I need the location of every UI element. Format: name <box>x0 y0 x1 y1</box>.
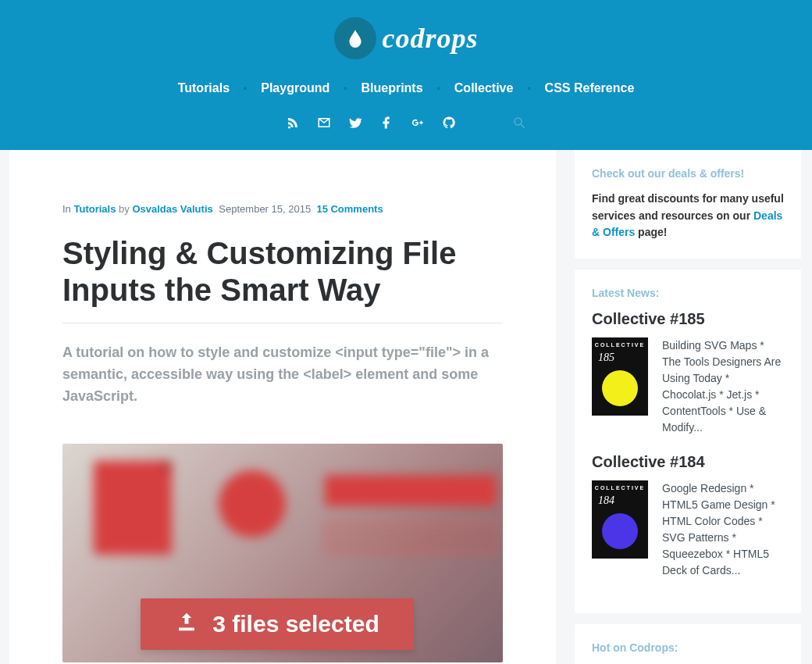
nav-link-playground[interactable]: Playground <box>258 81 333 95</box>
logo[interactable]: codrops <box>334 17 479 59</box>
article-date: September 15, 2015 <box>219 203 311 215</box>
hero-choose-btn-solid <box>325 475 497 506</box>
news-heading: Latest News: <box>592 287 784 299</box>
thumb-shape-icon <box>602 370 638 406</box>
twitter-icon[interactable] <box>348 116 362 130</box>
article-meta: In Tutorials by Osvaldas Valutis Septemb… <box>62 203 503 215</box>
hot-heading: Hot on Codrops: <box>592 641 784 654</box>
thumb-number: 184 <box>598 494 614 507</box>
news-item-title[interactable]: Collective #185 <box>592 310 784 328</box>
main-nav: Tutorials• Playground• Blueprints• Colle… <box>0 81 812 95</box>
rss-icon[interactable] <box>286 116 300 130</box>
hot-panel: Hot on Codrops: Playful Interaction for … <box>575 624 801 664</box>
thumb-badge: COLLECTIVE <box>592 342 648 348</box>
nav-link-collective[interactable]: Collective <box>451 81 517 95</box>
logo-text: codrops <box>383 22 479 55</box>
by-label: by <box>119 203 130 215</box>
drop-icon <box>334 17 376 59</box>
hero-choose-btn-outline <box>325 522 497 553</box>
gplus-icon[interactable] <box>411 116 425 130</box>
hero-upload-icon <box>219 470 286 537</box>
hero-selected-label: 3 files selected <box>212 611 379 637</box>
hero-image: 3 files selected <box>62 444 503 662</box>
site-header: codrops Tutorials• Playground• Blueprint… <box>0 0 812 150</box>
deals-text: Find great discounts for many useful ser… <box>592 191 784 241</box>
upload-icon <box>175 610 198 639</box>
nav-link-blueprints[interactable]: Blueprints <box>358 81 426 95</box>
sidebar: Check out our deals & offers! Find great… <box>575 150 801 664</box>
github-icon[interactable] <box>442 116 456 130</box>
news-thumb[interactable]: COLLECTIVE 185 <box>592 337 648 416</box>
article: In Tutorials by Osvaldas Valutis Septemb… <box>9 150 556 664</box>
nav-link-tutorials[interactable]: Tutorials <box>175 81 233 95</box>
hero-selected-button: 3 files selected <box>141 598 414 650</box>
news-item: COLLECTIVE 184 Google Redesign * HTML5 G… <box>592 480 784 579</box>
email-icon[interactable] <box>317 116 331 130</box>
hero-file-icon <box>94 461 172 555</box>
news-panel: Latest News: Collective #185 COLLECTIVE … <box>575 270 801 613</box>
article-subtitle: A tutorial on how to style and customize… <box>62 342 503 408</box>
news-desc: Google Redesign * HTML5 Game Design * HT… <box>662 480 784 579</box>
facebook-icon[interactable] <box>379 116 394 130</box>
svg-point-0 <box>515 118 522 125</box>
author-link[interactable]: Osvaldas Valutis <box>132 203 212 215</box>
content-container: In Tutorials by Osvaldas Valutis Septemb… <box>0 150 812 664</box>
thumb-number: 185 <box>598 352 614 364</box>
news-item-title[interactable]: Collective #184 <box>592 453 784 471</box>
search-icon[interactable] <box>512 116 526 130</box>
news-thumb[interactable]: COLLECTIVE 184 <box>592 480 648 559</box>
thumb-badge: COLLECTIVE <box>592 485 648 491</box>
comments-link[interactable]: 15 Comments <box>316 203 383 215</box>
deals-panel: Check out our deals & offers! Find great… <box>575 150 801 259</box>
nav-link-cssreference[interactable]: CSS Reference <box>542 81 638 95</box>
deals-heading: Check out our deals & offers! <box>592 167 784 180</box>
news-desc: Building SVG Maps * The Tools Designers … <box>662 337 784 436</box>
category-link[interactable]: Tutorials <box>73 203 116 215</box>
social-row <box>0 116 812 130</box>
article-title: Styling & Customizing File Inputs the Sm… <box>62 235 503 323</box>
svg-line-1 <box>521 124 525 128</box>
in-label: In <box>62 203 71 215</box>
thumb-shape-icon <box>602 513 638 549</box>
news-item: COLLECTIVE 185 Building SVG Maps * The T… <box>592 337 784 436</box>
